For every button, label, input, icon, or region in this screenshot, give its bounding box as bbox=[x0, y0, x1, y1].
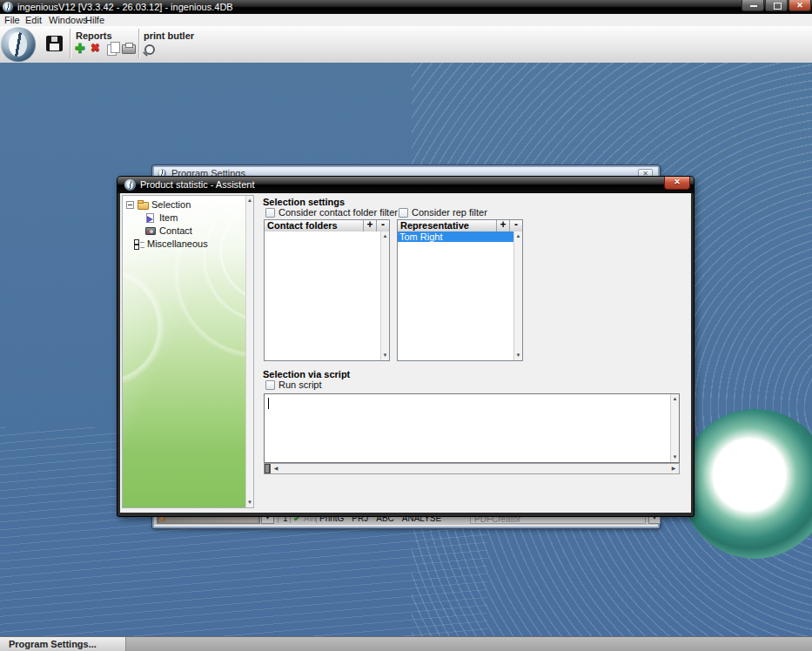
print-report-icon[interactable] bbox=[122, 44, 136, 54]
print-butler-group-label: print butler bbox=[144, 30, 194, 41]
save-icon[interactable] bbox=[46, 36, 63, 51]
splitter-handle[interactable] bbox=[265, 464, 271, 473]
app-title: ingeniousV12 [V3.3.42 - 26.03.12] - inge… bbox=[17, 0, 233, 14]
tree-item-label: Miscellaneous bbox=[147, 238, 208, 251]
collapse-icon[interactable] bbox=[126, 201, 134, 209]
run-script-checkbox[interactable] bbox=[265, 380, 275, 390]
representative-list[interactable]: Tom Right ▲ ▼ bbox=[398, 232, 522, 360]
selection-settings-heading: Selection settings bbox=[263, 197, 345, 207]
representative-scrollbar[interactable]: ▲ ▼ bbox=[513, 232, 522, 360]
contact-icon bbox=[145, 227, 156, 235]
scroll-up-icon[interactable]: ▲ bbox=[514, 232, 522, 240]
contact-folders-list[interactable]: ▲ ▼ bbox=[265, 232, 389, 360]
app-window: ingeniousV12 [V3.3.42 - 26.03.12] - inge… bbox=[0, 0, 812, 651]
tree-item-miscellaneous[interactable]: Miscellaneous bbox=[123, 238, 245, 251]
scroll-down-icon[interactable]: ▼ bbox=[246, 499, 253, 507]
contact-folders-remove-button[interactable]: - bbox=[376, 220, 389, 232]
dialog-titlebar[interactable]: Product statistic - Assistent bbox=[117, 177, 694, 193]
dialog-logo-icon bbox=[124, 179, 136, 191]
menu-windows[interactable]: Windows bbox=[49, 14, 88, 26]
dialog-body: Selection Item Contact Miscellaneous bbox=[120, 193, 691, 513]
scrollbar-track[interactable] bbox=[281, 464, 668, 473]
tree-item-item[interactable]: Item bbox=[123, 211, 245, 225]
contact-folders-header-label: Contact folders bbox=[265, 220, 363, 232]
folder-icon bbox=[138, 202, 149, 210]
copy-report-icon[interactable] bbox=[107, 44, 117, 56]
taskbar-item-label: Program Settings... bbox=[9, 637, 97, 651]
text-caret bbox=[268, 398, 269, 409]
consider-contact-folder-checkbox[interactable] bbox=[265, 208, 275, 218]
script-heading: Selection via script bbox=[263, 369, 350, 379]
representative-remove-button[interactable]: - bbox=[509, 220, 522, 232]
script-horizontal-scrollbar[interactable]: ◀ ▶ bbox=[264, 463, 680, 474]
tree-item-label: Contact bbox=[159, 225, 192, 238]
dialog-close-button[interactable] bbox=[664, 177, 690, 190]
representative-header-label: Representative bbox=[398, 220, 496, 232]
menu-file[interactable]: File bbox=[4, 14, 20, 26]
brand-logo-icon bbox=[1, 27, 36, 62]
dialog-title: Product statistic - Assistent bbox=[140, 177, 254, 193]
consider-rep-checkbox[interactable] bbox=[399, 208, 408, 218]
taskbar-item-program-settings[interactable]: Program Settings... bbox=[0, 637, 126, 651]
product-statistic-dialog: Product statistic - Assistent Selection … bbox=[117, 177, 694, 516]
minimize-button[interactable] bbox=[742, 0, 764, 11]
menu-hilfe[interactable]: Hilfe bbox=[85, 14, 104, 26]
toolbar: Reports print butler bbox=[0, 26, 812, 64]
wizard-tree-panel: Selection Item Contact Miscellaneous bbox=[122, 195, 254, 508]
reports-group-label: Reports bbox=[76, 30, 112, 41]
tree-item-label: Selection bbox=[151, 198, 191, 211]
list-item-selected[interactable]: Tom Right bbox=[398, 232, 513, 242]
tree-panel-background: Selection Item Contact Miscellaneous bbox=[123, 196, 245, 507]
maximize-button[interactable] bbox=[765, 0, 788, 11]
scroll-up-icon[interactable]: ▲ bbox=[381, 232, 389, 240]
scroll-down-icon[interactable]: ▼ bbox=[671, 453, 679, 461]
scroll-up-icon[interactable]: ▲ bbox=[246, 197, 253, 205]
representative-add-button[interactable]: + bbox=[496, 220, 509, 232]
contact-folders-listbox: Contact folders + - ▲ ▼ bbox=[264, 219, 390, 361]
miscellaneous-icon bbox=[134, 239, 144, 249]
print-butler-search-icon[interactable] bbox=[144, 44, 155, 55]
scroll-left-icon[interactable]: ◀ bbox=[271, 464, 281, 473]
toolbar-separator bbox=[70, 29, 71, 58]
representative-listbox: Representative + - Tom Right ▲ ▼ bbox=[397, 219, 523, 361]
app-logo-icon bbox=[3, 2, 13, 12]
tree-scrollbar[interactable]: ▲ ▼ bbox=[245, 196, 253, 507]
script-textarea[interactable]: ▲ ▼ bbox=[264, 393, 680, 463]
script-vertical-scrollbar[interactable]: ▲ ▼ bbox=[670, 394, 679, 462]
contact-folders-header: Contact folders + - bbox=[265, 220, 389, 232]
consider-rep-label: Consider rep filter bbox=[412, 207, 487, 218]
run-script-label: Run script bbox=[278, 379, 322, 391]
tree-item-label: Item bbox=[159, 211, 178, 225]
representative-header: Representative + - bbox=[398, 220, 522, 232]
menubar: File Edit Windows Hilfe bbox=[0, 14, 812, 27]
app-titlebar: ingeniousV12 [V3.3.42 - 26.03.12] - inge… bbox=[0, 0, 812, 14]
scroll-down-icon[interactable]: ▼ bbox=[381, 352, 389, 359]
scroll-up-icon[interactable]: ▲ bbox=[671, 395, 679, 403]
window-taskbar: Program Settings... bbox=[0, 636, 812, 651]
close-button[interactable] bbox=[789, 0, 811, 11]
add-report-icon[interactable] bbox=[75, 42, 85, 54]
toolbar-separator bbox=[138, 29, 140, 58]
contact-folders-scrollbar[interactable]: ▲ ▼ bbox=[380, 232, 389, 360]
scroll-right-icon[interactable]: ▶ bbox=[668, 464, 679, 473]
tree-item-selection[interactable]: Selection bbox=[123, 198, 245, 211]
menu-edit[interactable]: Edit bbox=[25, 14, 42, 26]
delete-report-icon[interactable] bbox=[91, 42, 100, 54]
consider-contact-folder-label: Consider contact folder filter bbox=[278, 207, 398, 218]
script-editor: ▲ ▼ ◀ ▶ bbox=[264, 393, 680, 474]
tree-item-contact[interactable]: Contact bbox=[123, 225, 245, 238]
scroll-down-icon[interactable]: ▼ bbox=[514, 352, 522, 359]
item-icon bbox=[146, 213, 154, 223]
contact-folders-add-button[interactable]: + bbox=[363, 220, 376, 232]
